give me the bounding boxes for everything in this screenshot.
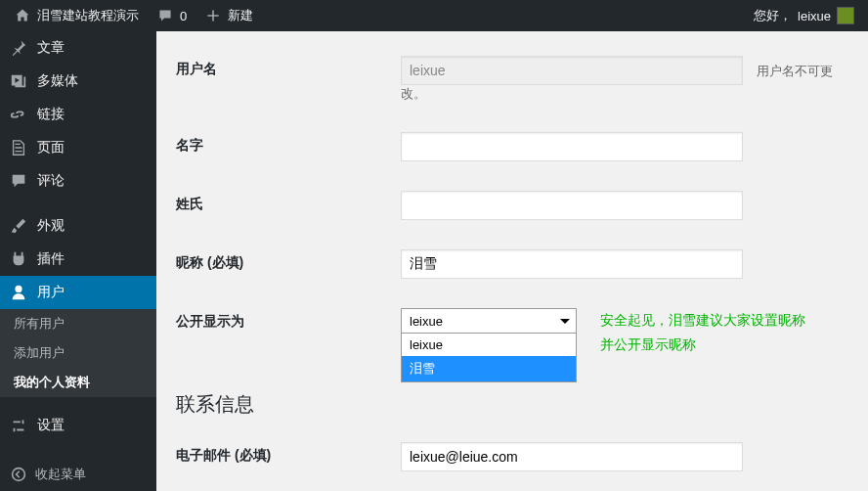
avatar bbox=[837, 7, 854, 24]
email-label: 电子邮件 (必填) bbox=[176, 427, 391, 486]
svg-point-0 bbox=[13, 469, 25, 481]
displayname-selected: leixue bbox=[410, 314, 443, 329]
menu-label: 外观 bbox=[37, 217, 65, 235]
menu-label: 文章 bbox=[37, 39, 65, 57]
comments-count: 0 bbox=[180, 9, 187, 23]
annotation-line2: 并公开显示昵称 bbox=[600, 333, 805, 357]
menu-plugins[interactable]: 插件 bbox=[0, 243, 156, 276]
comment-icon bbox=[156, 7, 174, 24]
email-input[interactable] bbox=[401, 442, 743, 471]
firstname-input[interactable] bbox=[401, 132, 743, 161]
nickname-input[interactable] bbox=[401, 249, 743, 279]
admin-bar: 泪雪建站教程演示 0 新建 您好， leixue bbox=[0, 0, 868, 31]
menu-label: 多媒体 bbox=[37, 72, 78, 90]
displayname-label: 公开显示为 bbox=[176, 293, 391, 372]
submenu-profile[interactable]: 我的个人资料 bbox=[0, 368, 156, 397]
new-content-link[interactable]: 新建 bbox=[198, 7, 259, 24]
menu-pages[interactable]: 页面 bbox=[0, 131, 156, 164]
menu-comments[interactable]: 评论 bbox=[0, 164, 156, 198]
menu-label: 设置 bbox=[37, 417, 65, 434]
submenu-add-user[interactable]: 添加用户 bbox=[0, 338, 156, 368]
new-label: 新建 bbox=[228, 7, 253, 24]
greeting-text: 您好， bbox=[754, 7, 792, 24]
displayname-option-1[interactable]: 泪雪 bbox=[402, 356, 576, 381]
menu-posts[interactable]: 文章 bbox=[0, 31, 156, 65]
annotation: 安全起见，泪雪建议大家设置昵称 并公开显示昵称 bbox=[600, 308, 805, 357]
admin-sidebar: 文章 多媒体 链接 页面 评论 外观 插件 用户 bbox=[0, 31, 156, 491]
submenu-users: 所有用户 添加用户 我的个人资料 bbox=[0, 309, 156, 397]
submenu-all-users[interactable]: 所有用户 bbox=[0, 309, 156, 338]
media-icon bbox=[10, 72, 27, 90]
displayname-select[interactable]: leixue bbox=[401, 308, 577, 334]
site-name: 泪雪建站教程演示 bbox=[37, 7, 139, 24]
username-label: 用户名 bbox=[176, 41, 391, 117]
displayname-dropdown: leixue 泪雪 bbox=[401, 334, 577, 382]
home-icon bbox=[14, 7, 31, 24]
menu-label: 链接 bbox=[37, 106, 65, 123]
comment-icon bbox=[10, 172, 27, 190]
link-icon bbox=[10, 106, 27, 123]
menu-label: 插件 bbox=[37, 250, 65, 268]
menu-users[interactable]: 用户 bbox=[0, 276, 156, 309]
page-icon bbox=[10, 139, 27, 156]
user-icon bbox=[10, 284, 27, 301]
menu-label: 用户 bbox=[37, 284, 65, 301]
annotation-line1: 安全起见，泪雪建议大家设置昵称 bbox=[600, 308, 805, 333]
firstname-label: 名字 bbox=[176, 117, 391, 176]
pin-icon bbox=[10, 39, 27, 57]
site-home-link[interactable]: 泪雪建站教程演示 bbox=[8, 7, 145, 24]
lastname-label: 姓氏 bbox=[176, 176, 391, 235]
displayname-option-0[interactable]: leixue bbox=[402, 334, 576, 356]
settings-icon bbox=[10, 417, 27, 434]
brush-icon bbox=[10, 217, 27, 235]
username-input bbox=[401, 56, 743, 85]
main-content: 用户名 用户名不可更改。 名字 姓氏 昵称 (必填) 公开显示为 bbox=[156, 31, 868, 491]
menu-label: 评论 bbox=[37, 172, 65, 190]
menu-links[interactable]: 链接 bbox=[0, 98, 156, 131]
plugin-icon bbox=[10, 250, 27, 268]
url-label: 站点 bbox=[176, 486, 391, 491]
collapse-label: 收起菜单 bbox=[35, 466, 86, 483]
nickname-label: 昵称 (必填) bbox=[176, 235, 391, 293]
collapse-menu[interactable]: 收起菜单 bbox=[0, 458, 156, 491]
lastname-input[interactable] bbox=[401, 191, 743, 220]
menu-settings[interactable]: 设置 bbox=[0, 409, 156, 442]
menu-media[interactable]: 多媒体 bbox=[0, 65, 156, 98]
collapse-icon bbox=[10, 466, 27, 483]
account-link[interactable]: 您好， leixue bbox=[748, 7, 860, 24]
menu-label: 页面 bbox=[37, 139, 65, 156]
menu-appearance[interactable]: 外观 bbox=[0, 209, 156, 243]
comments-link[interactable]: 0 bbox=[151, 7, 193, 24]
plus-icon bbox=[204, 7, 222, 24]
account-username: leixue bbox=[798, 9, 831, 23]
